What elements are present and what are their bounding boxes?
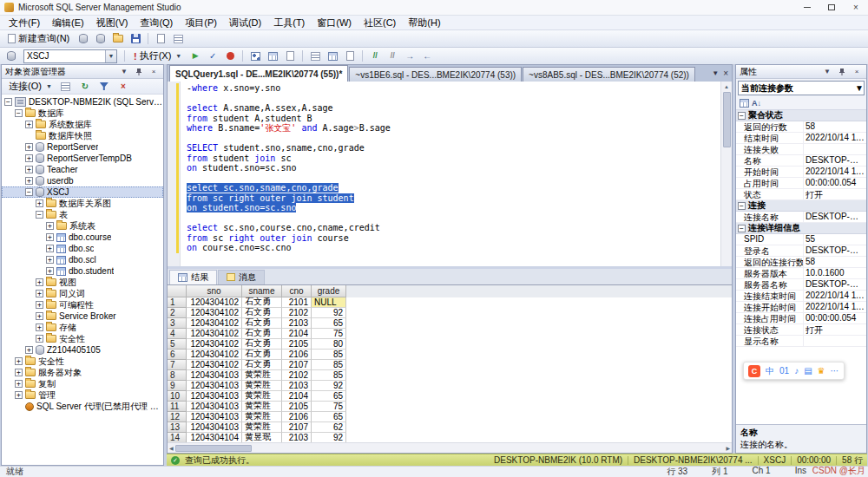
stop-icon[interactable]: × (121, 82, 126, 91)
results-to-grid-icon[interactable] (328, 52, 338, 61)
results-to-text-icon[interactable] (311, 52, 320, 61)
scroll-left-icon[interactable]: ◀ (169, 445, 174, 451)
cell[interactable]: 2105 (282, 339, 312, 350)
property-row[interactable]: 占用时间00:00:00.054 (736, 178, 866, 189)
open-file-icon[interactable] (113, 35, 123, 42)
cell[interactable]: 75 (312, 402, 346, 412)
collapse-icon[interactable]: − (4, 98, 12, 106)
tree-item[interactable]: +ReportServerTempDB (2, 153, 163, 164)
menu-item-7[interactable]: 工具(T) (267, 16, 311, 30)
cell[interactable]: 1204304104 (187, 433, 242, 443)
tree-item[interactable]: +dbo.student (2, 265, 163, 277)
indent-icon[interactable]: → (405, 52, 414, 61)
tree-item[interactable]: +管理 (2, 389, 163, 401)
code-line[interactable] (187, 213, 720, 224)
expand-icon[interactable]: + (46, 222, 54, 230)
pin-icon[interactable] (133, 66, 145, 77)
expand-icon[interactable]: + (46, 256, 54, 264)
cell[interactable]: 2107 (282, 360, 312, 370)
row-number[interactable]: 7 (168, 360, 187, 370)
analysis-services-query-icon[interactable] (96, 34, 105, 43)
row-number[interactable]: 2 (168, 308, 187, 318)
tree-item[interactable]: +数据库关系图 (2, 198, 163, 209)
row-number[interactable]: 13 (168, 422, 187, 433)
new-query-button[interactable]: 新建查询(N) (3, 30, 74, 47)
cell[interactable]: 石文勇 (242, 318, 282, 329)
row-number[interactable]: 8 (168, 370, 187, 381)
tree-item[interactable]: +dbo.sc (2, 243, 163, 254)
collapse-icon[interactable]: − (15, 109, 23, 117)
more-icon[interactable]: ⋯ (831, 366, 839, 376)
property-row[interactable]: 名称DESKTOP-NBME2IK (736, 155, 866, 167)
cell[interactable]: 2107 (282, 422, 312, 433)
tree-item[interactable]: +Z2104405105 (2, 344, 163, 356)
tree-item[interactable]: +dbo.scl (2, 254, 163, 265)
object-explorer-details-icon[interactable] (61, 82, 70, 91)
property-row[interactable]: 连接占用时间00:00:00.054 (736, 313, 866, 324)
tree-item[interactable]: +同义词 (2, 288, 163, 299)
cell[interactable]: 1204304102 (187, 350, 242, 360)
property-row[interactable]: 登录名DESKTOP-NBME2IK\20774 (736, 245, 866, 257)
cell[interactable]: 黄荣胜 (242, 381, 282, 391)
property-section[interactable]: −连接 (736, 200, 866, 212)
cell[interactable]: 80 (312, 339, 346, 350)
expand-icon[interactable]: + (15, 380, 23, 388)
cell[interactable]: 62 (312, 422, 346, 433)
cell[interactable]: 石文勇 (242, 339, 282, 350)
cell[interactable]: 1204304103 (187, 370, 242, 381)
tree-item[interactable]: +Teacher (2, 164, 163, 175)
code-line[interactable]: from student A,student B (187, 114, 720, 124)
code-line[interactable]: from sc right outer join student (187, 193, 720, 204)
cell[interactable]: 65 (312, 391, 346, 402)
minimize-button[interactable] (795, 0, 819, 15)
menu-item-3[interactable]: 视图(V) (90, 16, 135, 30)
property-row[interactable]: 返回的连接行数58 (736, 257, 866, 268)
document-tab-2[interactable]: ~vs1BE6.sql - DES...BME2IK\20774 (53)) (349, 67, 522, 82)
close-icon[interactable]: × (148, 66, 160, 77)
cell[interactable]: 黄荣胜 (242, 391, 282, 402)
document-tab-3[interactable]: ~vs8AB5.sql - DES...BME2IK\20774 (52)) (523, 67, 695, 82)
show-estimated-plan-icon[interactable] (251, 52, 260, 61)
expand-icon[interactable]: + (36, 335, 43, 343)
scroll-up-icon[interactable]: ▲ (721, 82, 732, 91)
tree-item[interactable]: −数据库 (2, 108, 163, 119)
csdn-floating-toolbar[interactable]: C 中01♪▤♛⋯ (743, 362, 845, 380)
expand-icon[interactable]: + (36, 290, 43, 297)
results-tab-results[interactable]: 结果 (169, 270, 217, 284)
collapse-icon[interactable]: − (738, 202, 746, 210)
cell[interactable]: 2102 (282, 370, 312, 381)
expand-icon[interactable]: + (36, 278, 43, 286)
cell[interactable]: 2104 (282, 329, 312, 339)
cell[interactable]: 1204304103 (187, 422, 242, 433)
expand-icon[interactable]: + (46, 245, 54, 252)
row-number[interactable]: 5 (168, 339, 187, 350)
maximize-button[interactable] (819, 0, 844, 15)
scrollbar-thumb[interactable] (175, 445, 252, 452)
property-row[interactable]: 连接结束时间2022/10/14 11:55: (736, 291, 866, 302)
menu-item-4[interactable]: 查询(Q) (134, 16, 179, 30)
row-number[interactable]: 14 (168, 433, 187, 443)
pinyin-icon[interactable]: 01 (779, 366, 789, 376)
chevron-down-icon[interactable]: ▼ (855, 83, 864, 93)
cell[interactable]: 1204304102 (187, 360, 242, 370)
cell[interactable]: 85 (312, 350, 346, 360)
property-row[interactable]: 开始时间2022/10/14 11:55: (736, 167, 866, 178)
cell[interactable]: 2103 (282, 318, 312, 329)
expand-icon[interactable]: + (15, 391, 23, 399)
tree-item[interactable]: −DESKTOP-NBME2IK (SQL Server 10.0.160... (2, 96, 163, 108)
cell[interactable]: 2106 (282, 350, 312, 360)
editor-vertical-scrollbar[interactable]: ▲ (720, 82, 732, 266)
column-header-sno[interactable]: sno (187, 285, 242, 297)
column-header-sname[interactable]: sname (242, 285, 282, 297)
code-line[interactable] (187, 94, 720, 104)
cell[interactable]: 2103 (282, 433, 312, 443)
code-line[interactable]: SELECT student.sno,sname,cno,grade (187, 143, 720, 154)
connect-button[interactable]: 连接(O) ▼ (5, 79, 56, 94)
chevron-down-icon[interactable]: ▼ (105, 50, 116, 62)
code-line[interactable]: where B.sname='张文宝' and A.sage>B.sage (187, 123, 720, 134)
code-line[interactable]: select sc.sno,sname,cno,grade (187, 183, 720, 193)
close-document-icon[interactable]: × (723, 69, 728, 78)
expand-icon[interactable]: + (36, 199, 43, 207)
property-row[interactable]: 连接失败 (736, 144, 866, 155)
cell[interactable]: 65 (312, 412, 346, 422)
